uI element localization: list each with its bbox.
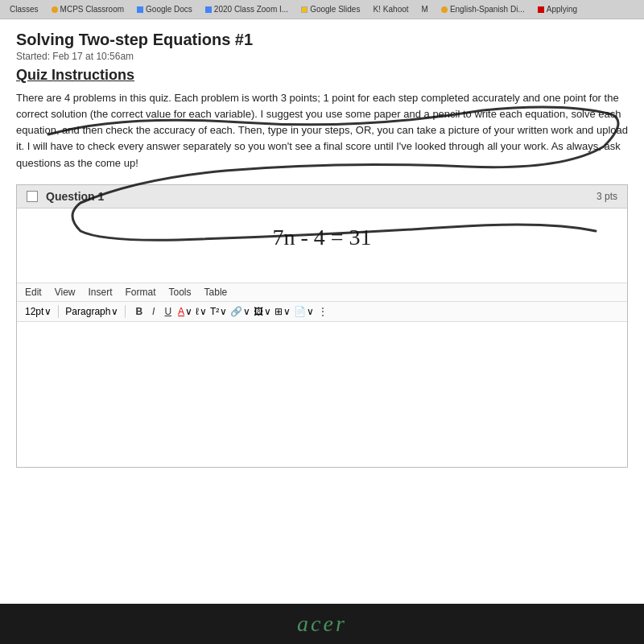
screen: Classes MCPS Classroom Google Docs 2020 …: [0, 0, 644, 644]
tab-dict[interactable]: English-Spanish Di...: [436, 3, 530, 15]
highlight-dropdown[interactable]: ℓ ∨: [196, 306, 207, 317]
question-box: Question 1 3 pts 7n - 4 = 31 Edit View I…: [16, 184, 628, 468]
tab-gmail-label: M: [422, 5, 428, 14]
superscript-icon: T²: [210, 306, 219, 317]
link-icon: 🔗: [230, 306, 242, 317]
content-area: Solving Two-step Equations #1 Started: F…: [0, 19, 644, 621]
menu-edit[interactable]: Edit: [25, 287, 42, 298]
zoom-icon: [205, 6, 212, 13]
font-color-arrow: ∨: [185, 306, 192, 317]
paragraph-arrow: ∨: [111, 306, 118, 317]
paragraph-dropdown[interactable]: Paragraph ∨: [65, 306, 118, 317]
tab-slides[interactable]: Google Slides: [296, 3, 365, 15]
tab-applying[interactable]: Applying: [533, 3, 582, 15]
tab-mcps-label: MCPS Classroom: [60, 5, 124, 14]
link-arrow: ∨: [243, 306, 250, 317]
table-icon: ⊞: [275, 306, 283, 317]
quiz-instructions-heading: Quiz Instructions: [16, 67, 628, 84]
tab-mcps[interactable]: MCPS Classroom: [47, 3, 129, 15]
instructions-body: There are 4 problems in this quiz. Each …: [16, 90, 628, 171]
equation: 7n - 4 = 31: [33, 225, 611, 250]
tab-kahoot-name: Kahoot: [383, 5, 409, 14]
editor-toolbar: 12pt ∨ Paragraph ∨ B I U A ∨ ℓ ∨: [17, 302, 627, 322]
started-text: Started: Feb 17 at 10:56am: [16, 51, 628, 62]
font-size-dropdown[interactable]: 12pt ∨: [25, 306, 52, 317]
page-dropdown[interactable]: 📄 ∨: [294, 306, 314, 317]
tab-kahoot-label: K!: [373, 5, 380, 14]
menu-view[interactable]: View: [55, 287, 76, 298]
tab-zoom-label: 2020 Class Zoom I...: [214, 5, 288, 14]
page-arrow: ∨: [307, 306, 314, 317]
tab-gdocs[interactable]: Google Docs: [132, 3, 197, 15]
image-icon: 🖼: [254, 306, 263, 317]
superscript-dropdown[interactable]: T² ∨: [210, 306, 227, 317]
question-points: 3 pts: [597, 191, 617, 202]
browser-tabs: Classes MCPS Classroom Google Docs 2020 …: [0, 0, 644, 19]
page-icon: 📄: [294, 306, 306, 317]
tab-classes[interactable]: Classes: [5, 3, 43, 15]
tab-gdocs-label: Google Docs: [146, 5, 192, 14]
bold-button[interactable]: B: [132, 305, 146, 318]
tab-dict-label: English-Spanish Di...: [450, 5, 525, 14]
highlight-arrow: ∨: [200, 306, 207, 317]
font-color-dropdown[interactable]: A ∨: [178, 306, 192, 317]
menu-table[interactable]: Table: [204, 287, 228, 298]
link-dropdown[interactable]: 🔗 ∨: [230, 306, 250, 317]
question-content: 7n - 4 = 31: [17, 208, 627, 283]
tab-classes-label: Classes: [10, 5, 39, 14]
editor-body[interactable]: [17, 322, 627, 467]
table-dropdown[interactable]: ⊞ ∨: [275, 306, 291, 317]
tab-applying-label: Applying: [547, 5, 577, 14]
toolbar-divider-1: [58, 305, 59, 318]
menu-format[interactable]: Format: [126, 287, 156, 298]
font-size-arrow: ∨: [44, 306, 52, 317]
question-header-left: Question 1: [27, 190, 104, 203]
gdocs-icon: [137, 6, 143, 13]
image-arrow: ∨: [264, 306, 271, 317]
tab-kahoot[interactable]: K! Kahoot: [368, 3, 413, 15]
menu-insert[interactable]: Insert: [88, 287, 112, 298]
superscript-arrow: ∨: [220, 306, 227, 317]
acer-logo: acer: [297, 611, 347, 637]
applying-icon: [538, 6, 544, 13]
question-label: Question 1: [46, 190, 104, 203]
question-checkbox[interactable]: [27, 191, 38, 202]
editor-menubar: Edit View Insert Format Tools Table: [17, 283, 627, 302]
page-title: Solving Two-step Equations #1: [16, 31, 628, 49]
slides-icon: [301, 6, 308, 13]
font-size-value: 12pt: [25, 306, 43, 317]
tab-gmail[interactable]: M: [417, 3, 433, 15]
tab-zoom[interactable]: 2020 Class Zoom I...: [200, 3, 293, 15]
table-arrow: ∨: [283, 306, 291, 317]
question-header: Question 1 3 pts: [17, 185, 627, 208]
image-dropdown[interactable]: 🖼 ∨: [254, 306, 271, 317]
paragraph-label: Paragraph: [65, 306, 110, 317]
bottom-bar: acer: [0, 604, 644, 644]
italic-button[interactable]: I: [149, 305, 158, 318]
toolbar-divider-2: [125, 305, 126, 318]
menu-tools[interactable]: Tools: [169, 287, 192, 298]
highlight-icon: ℓ: [196, 306, 199, 317]
tab-slides-label: Google Slides: [310, 5, 360, 14]
underline-button[interactable]: U: [161, 305, 175, 318]
font-color-icon: A: [178, 306, 184, 317]
dict-icon: [441, 6, 448, 13]
more-options-button[interactable]: ⋮: [317, 305, 328, 318]
mcps-dot-icon: [52, 6, 58, 13]
